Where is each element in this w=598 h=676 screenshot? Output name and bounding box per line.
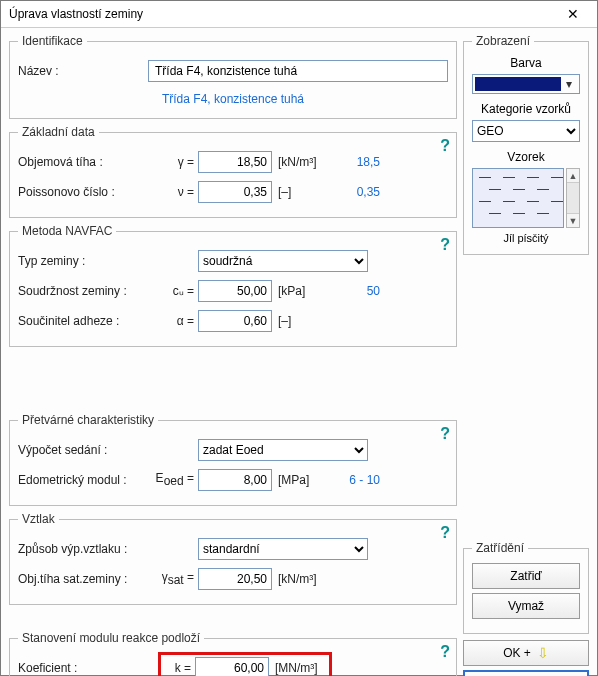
- unit-weight: [kN/m³]: [272, 155, 330, 169]
- label-upmethod: Způsob výp.vztlaku :: [18, 542, 148, 556]
- titlebar: Úprava vlastností zeminy ✕: [1, 1, 597, 28]
- help-icon[interactable]: ?: [440, 137, 450, 155]
- select-upmethod[interactable]: standardní: [198, 538, 368, 560]
- select-category[interactable]: GEO: [472, 120, 580, 142]
- sym-weight: γ =: [148, 155, 198, 169]
- input-name[interactable]: [148, 60, 448, 82]
- unit-sat: [kN/m³]: [272, 572, 330, 586]
- input-k[interactable]: [195, 657, 269, 676]
- hint-cohesion: 50: [330, 284, 380, 298]
- arrow-down-icon: ⇩: [537, 645, 549, 661]
- input-sat[interactable]: [198, 568, 272, 590]
- label-name: Název :: [18, 64, 148, 78]
- label-calc: Výpočet sedání :: [18, 443, 148, 457]
- color-picker[interactable]: ▾: [472, 74, 580, 94]
- unit-poisson: [–]: [272, 185, 330, 199]
- scroll-down-icon[interactable]: ▼: [567, 213, 579, 227]
- input-adhesion[interactable]: [198, 310, 272, 332]
- legend-basic: Základní data: [18, 125, 99, 139]
- select-calc[interactable]: zadat Eoed: [198, 439, 368, 461]
- unit-adhesion: [–]: [272, 314, 330, 328]
- group-uplift: Vztlak ? Způsob výp.vztlaku : standardní…: [9, 512, 457, 605]
- unit-cohesion: [kPa]: [272, 284, 330, 298]
- sym-sat: γsat =: [148, 570, 198, 587]
- clear-button[interactable]: Vymaž: [472, 593, 580, 619]
- group-navfac: Metoda NAVFAC ? Typ zeminy : soudržná So…: [9, 224, 457, 347]
- sample-preview[interactable]: [472, 168, 564, 228]
- close-button[interactable]: ✕: [553, 1, 593, 27]
- select-soiltype[interactable]: soudržná: [198, 250, 368, 272]
- help-icon[interactable]: ?: [440, 425, 450, 443]
- label-category: Kategorie vzorků: [472, 102, 580, 116]
- sym-k: k =: [165, 661, 195, 675]
- unit-k: [MN/m³]: [269, 661, 325, 675]
- input-eoed[interactable]: [198, 469, 272, 491]
- chevron-down-icon: ▾: [561, 77, 577, 91]
- label-k: Koeficient :: [18, 661, 148, 675]
- label-eoed: Edometrický modul :: [18, 473, 148, 487]
- label-soiltype: Typ zeminy :: [18, 254, 148, 268]
- input-poisson[interactable]: [198, 181, 272, 203]
- input-cohesion[interactable]: [198, 280, 272, 302]
- label-adhesion: Součinitel adheze :: [18, 314, 148, 328]
- legend-display: Zobrazení: [472, 34, 534, 48]
- group-ident: Identifikace Název : Třída F4, konzisten…: [9, 34, 457, 119]
- sample-caption: Jíl písčitý: [472, 232, 580, 244]
- sym-poisson: ν =: [148, 185, 198, 199]
- label-poisson: Poissonovo číslo :: [18, 185, 148, 199]
- sym-eoed: Eoed =: [148, 471, 198, 488]
- group-modk: Stanovení modulu reakce podloží ? Koefic…: [9, 631, 457, 676]
- highlight-k: k = [MN/m³]: [158, 652, 332, 676]
- unit-eoed: [MPa]: [272, 473, 330, 487]
- legend-modk: Stanovení modulu reakce podloží: [18, 631, 204, 645]
- color-swatch: [475, 77, 561, 91]
- ident-subtitle: Třída F4, konzistence tuhá: [18, 92, 448, 106]
- dialog-window: Úprava vlastností zeminy ✕ Identifikace …: [0, 0, 598, 676]
- help-icon[interactable]: ?: [440, 524, 450, 542]
- label-color: Barva: [472, 56, 580, 70]
- group-basic: Základní data ? Objemová tíha : γ = [kN/…: [9, 125, 457, 218]
- scroll-up-icon[interactable]: ▲: [567, 169, 579, 183]
- input-weight[interactable]: [198, 151, 272, 173]
- sym-adhesion: α =: [148, 314, 198, 328]
- hint-poisson: 0,35: [330, 185, 380, 199]
- legend-uplift: Vztlak: [18, 512, 59, 526]
- sample-scrollbar[interactable]: ▲ ▼: [566, 168, 580, 228]
- ok-plus-button[interactable]: OK +⇩: [463, 640, 589, 666]
- label-sample: Vzorek: [472, 150, 580, 164]
- group-classify: Zatřídění Zatřiď Vymaž: [463, 541, 589, 634]
- legend-deform: Přetvárné charakteristiky: [18, 413, 158, 427]
- help-icon[interactable]: ?: [440, 643, 450, 661]
- ok-button[interactable]: ✔OK: [463, 670, 589, 676]
- classify-button[interactable]: Zatřiď: [472, 563, 580, 589]
- sym-cohesion: cᵤ =: [148, 284, 198, 298]
- hint-eoed: 6 - 10: [330, 473, 380, 487]
- window-title: Úprava vlastností zeminy: [9, 7, 553, 21]
- legend-classify: Zatřídění: [472, 541, 528, 555]
- legend-navfac: Metoda NAVFAC: [18, 224, 116, 238]
- dialog-buttons: OK +⇩ ✔OK ✖Storno: [463, 640, 589, 676]
- group-display: Zobrazení Barva ▾ Kategorie vzorků GEO V…: [463, 34, 589, 255]
- group-deform: Přetvárné charakteristiky ? Výpočet sedá…: [9, 413, 457, 506]
- label-weight: Objemová tíha :: [18, 155, 148, 169]
- label-cohesion: Soudržnost zeminy :: [18, 284, 148, 298]
- hint-weight: 18,5: [330, 155, 380, 169]
- label-sat: Obj.tíha sat.zeminy :: [18, 572, 148, 586]
- legend-ident: Identifikace: [18, 34, 87, 48]
- help-icon[interactable]: ?: [440, 236, 450, 254]
